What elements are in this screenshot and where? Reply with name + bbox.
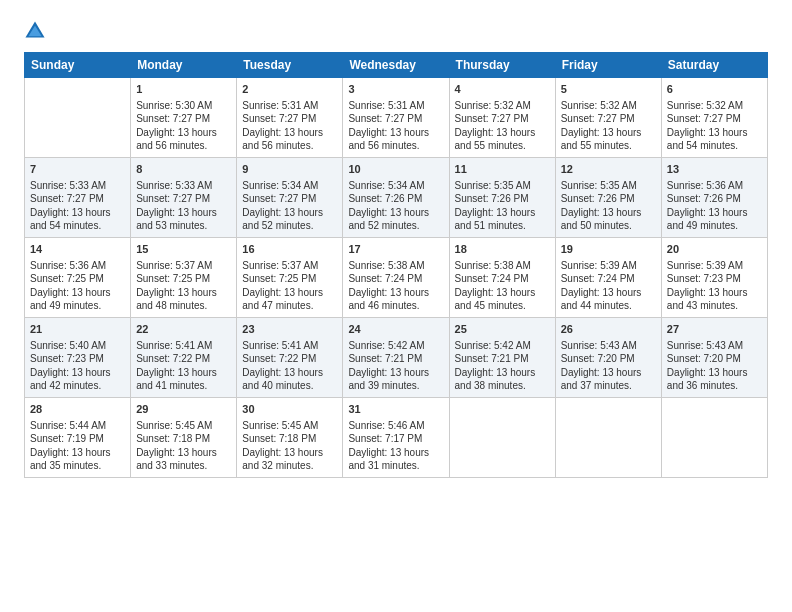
day-info-line: Sunrise: 5:34 AM bbox=[242, 179, 337, 193]
calendar-cell: 4Sunrise: 5:32 AMSunset: 7:27 PMDaylight… bbox=[449, 78, 555, 158]
calendar-cell: 21Sunrise: 5:40 AMSunset: 7:23 PMDayligh… bbox=[25, 318, 131, 398]
day-info-line: and 54 minutes. bbox=[30, 219, 125, 233]
calendar-cell: 2Sunrise: 5:31 AMSunset: 7:27 PMDaylight… bbox=[237, 78, 343, 158]
day-info-line: Sunset: 7:23 PM bbox=[667, 272, 762, 286]
day-number: 4 bbox=[455, 82, 550, 97]
day-number: 7 bbox=[30, 162, 125, 177]
day-info-line: Sunrise: 5:41 AM bbox=[242, 339, 337, 353]
calendar-cell: 24Sunrise: 5:42 AMSunset: 7:21 PMDayligh… bbox=[343, 318, 449, 398]
day-info-line: and 42 minutes. bbox=[30, 379, 125, 393]
calendar-cell: 15Sunrise: 5:37 AMSunset: 7:25 PMDayligh… bbox=[131, 238, 237, 318]
header-cell-sunday: Sunday bbox=[25, 53, 131, 78]
day-info-line: Sunrise: 5:38 AM bbox=[348, 259, 443, 273]
day-info-line: Sunrise: 5:31 AM bbox=[242, 99, 337, 113]
day-number: 19 bbox=[561, 242, 656, 257]
day-number: 28 bbox=[30, 402, 125, 417]
day-number: 27 bbox=[667, 322, 762, 337]
day-info-line: and 37 minutes. bbox=[561, 379, 656, 393]
day-info-line: and 55 minutes. bbox=[455, 139, 550, 153]
day-info-line: Sunset: 7:27 PM bbox=[242, 112, 337, 126]
day-info-line: Sunset: 7:27 PM bbox=[136, 112, 231, 126]
day-number: 13 bbox=[667, 162, 762, 177]
day-info-line: Sunrise: 5:41 AM bbox=[136, 339, 231, 353]
day-info-line: Sunset: 7:27 PM bbox=[455, 112, 550, 126]
day-info-line: and 46 minutes. bbox=[348, 299, 443, 313]
calendar-cell: 8Sunrise: 5:33 AMSunset: 7:27 PMDaylight… bbox=[131, 158, 237, 238]
day-number: 26 bbox=[561, 322, 656, 337]
calendar-cell: 20Sunrise: 5:39 AMSunset: 7:23 PMDayligh… bbox=[661, 238, 767, 318]
day-number: 9 bbox=[242, 162, 337, 177]
calendar-cell bbox=[449, 398, 555, 478]
day-info-line: Daylight: 13 hours bbox=[242, 126, 337, 140]
day-info-line: Sunset: 7:25 PM bbox=[136, 272, 231, 286]
day-info-line: and 52 minutes. bbox=[348, 219, 443, 233]
day-info-line: Sunrise: 5:33 AM bbox=[136, 179, 231, 193]
day-info-line: Sunrise: 5:46 AM bbox=[348, 419, 443, 433]
day-info-line: Daylight: 13 hours bbox=[348, 446, 443, 460]
day-info-line: Sunset: 7:21 PM bbox=[455, 352, 550, 366]
day-info-line: Daylight: 13 hours bbox=[348, 206, 443, 220]
day-number: 1 bbox=[136, 82, 231, 97]
day-info-line: and 33 minutes. bbox=[136, 459, 231, 473]
logo bbox=[24, 20, 50, 42]
day-info-line: Sunrise: 5:44 AM bbox=[30, 419, 125, 433]
day-info-line: Sunrise: 5:45 AM bbox=[136, 419, 231, 433]
calendar-cell: 11Sunrise: 5:35 AMSunset: 7:26 PMDayligh… bbox=[449, 158, 555, 238]
day-info-line: Sunrise: 5:39 AM bbox=[561, 259, 656, 273]
day-info-line: and 32 minutes. bbox=[242, 459, 337, 473]
calendar-cell: 13Sunrise: 5:36 AMSunset: 7:26 PMDayligh… bbox=[661, 158, 767, 238]
day-info-line: Sunset: 7:22 PM bbox=[242, 352, 337, 366]
day-number: 17 bbox=[348, 242, 443, 257]
week-row-5: 28Sunrise: 5:44 AMSunset: 7:19 PMDayligh… bbox=[25, 398, 768, 478]
calendar-cell bbox=[661, 398, 767, 478]
day-number: 25 bbox=[455, 322, 550, 337]
calendar-cell: 7Sunrise: 5:33 AMSunset: 7:27 PMDaylight… bbox=[25, 158, 131, 238]
calendar-cell: 12Sunrise: 5:35 AMSunset: 7:26 PMDayligh… bbox=[555, 158, 661, 238]
week-row-1: 1Sunrise: 5:30 AMSunset: 7:27 PMDaylight… bbox=[25, 78, 768, 158]
week-row-2: 7Sunrise: 5:33 AMSunset: 7:27 PMDaylight… bbox=[25, 158, 768, 238]
day-number: 21 bbox=[30, 322, 125, 337]
day-info-line: Daylight: 13 hours bbox=[348, 366, 443, 380]
day-info-line: Sunset: 7:21 PM bbox=[348, 352, 443, 366]
day-info-line: and 52 minutes. bbox=[242, 219, 337, 233]
day-info-line: and 39 minutes. bbox=[348, 379, 443, 393]
calendar-cell: 26Sunrise: 5:43 AMSunset: 7:20 PMDayligh… bbox=[555, 318, 661, 398]
day-number: 6 bbox=[667, 82, 762, 97]
calendar-cell: 29Sunrise: 5:45 AMSunset: 7:18 PMDayligh… bbox=[131, 398, 237, 478]
day-info-line: and 56 minutes. bbox=[136, 139, 231, 153]
calendar-cell: 17Sunrise: 5:38 AMSunset: 7:24 PMDayligh… bbox=[343, 238, 449, 318]
day-info-line: Daylight: 13 hours bbox=[30, 286, 125, 300]
day-number: 2 bbox=[242, 82, 337, 97]
day-info-line: Daylight: 13 hours bbox=[136, 206, 231, 220]
day-info-line: Sunrise: 5:43 AM bbox=[667, 339, 762, 353]
calendar-cell: 1Sunrise: 5:30 AMSunset: 7:27 PMDaylight… bbox=[131, 78, 237, 158]
day-info-line: and 38 minutes. bbox=[455, 379, 550, 393]
day-info-line: Sunrise: 5:43 AM bbox=[561, 339, 656, 353]
day-info-line: Sunset: 7:24 PM bbox=[348, 272, 443, 286]
day-info-line: Sunrise: 5:38 AM bbox=[455, 259, 550, 273]
day-info-line: Daylight: 13 hours bbox=[30, 206, 125, 220]
day-info-line: and 56 minutes. bbox=[242, 139, 337, 153]
day-info-line: and 53 minutes. bbox=[136, 219, 231, 233]
day-info-line: and 56 minutes. bbox=[348, 139, 443, 153]
day-info-line: Sunset: 7:20 PM bbox=[561, 352, 656, 366]
day-info-line: and 36 minutes. bbox=[667, 379, 762, 393]
header-cell-wednesday: Wednesday bbox=[343, 53, 449, 78]
day-info-line: and 48 minutes. bbox=[136, 299, 231, 313]
day-info-line: and 47 minutes. bbox=[242, 299, 337, 313]
calendar-cell: 31Sunrise: 5:46 AMSunset: 7:17 PMDayligh… bbox=[343, 398, 449, 478]
day-info-line: Sunset: 7:27 PM bbox=[348, 112, 443, 126]
day-info-line: Daylight: 13 hours bbox=[561, 286, 656, 300]
day-info-line: Sunset: 7:26 PM bbox=[348, 192, 443, 206]
calendar-cell bbox=[555, 398, 661, 478]
day-info-line: Sunrise: 5:42 AM bbox=[348, 339, 443, 353]
calendar-cell: 25Sunrise: 5:42 AMSunset: 7:21 PMDayligh… bbox=[449, 318, 555, 398]
day-info-line: Sunset: 7:27 PM bbox=[242, 192, 337, 206]
calendar-cell: 16Sunrise: 5:37 AMSunset: 7:25 PMDayligh… bbox=[237, 238, 343, 318]
calendar-cell: 9Sunrise: 5:34 AMSunset: 7:27 PMDaylight… bbox=[237, 158, 343, 238]
header-cell-friday: Friday bbox=[555, 53, 661, 78]
header-cell-saturday: Saturday bbox=[661, 53, 767, 78]
day-info-line: Daylight: 13 hours bbox=[30, 366, 125, 380]
calendar-cell: 30Sunrise: 5:45 AMSunset: 7:18 PMDayligh… bbox=[237, 398, 343, 478]
calendar-cell: 10Sunrise: 5:34 AMSunset: 7:26 PMDayligh… bbox=[343, 158, 449, 238]
